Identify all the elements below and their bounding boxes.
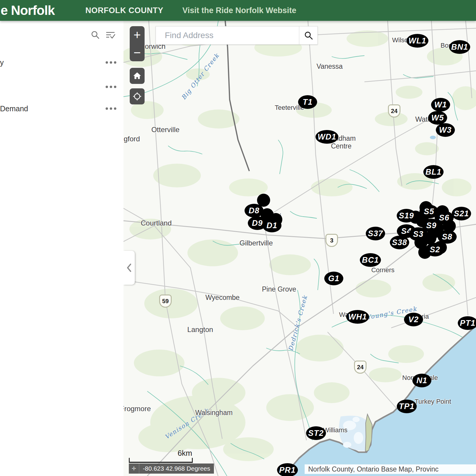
place-label: Walsingham [195, 409, 233, 417]
creek-label: Big Otter Creek [180, 52, 221, 101]
layer-options-button[interactable] [104, 83, 118, 90]
place-label: Wyecombe [206, 294, 240, 302]
place-label: Langton [187, 326, 213, 334]
bus-stop-marker-t1[interactable]: T1 [298, 95, 317, 109]
bus-stop-marker-s19[interactable]: S19 [397, 209, 416, 223]
map-canvas[interactable]: NorwichVanessaWilsonvilleBostonTeetervil… [123, 21, 476, 476]
place-label: Vanessa [317, 63, 343, 71]
search-icon [304, 31, 313, 40]
map-attribution: Norfolk County, Ontario Base Map, Provin… [305, 464, 476, 474]
creek-label: Dedrick's Creek [287, 295, 309, 352]
bus-stop-marker-bc1[interactable]: BC1 [360, 253, 381, 267]
bus-stop-marker-w1[interactable]: W1 [431, 98, 450, 112]
highway-shield: 24 [354, 361, 367, 374]
bus-stop-marker-s2[interactable]: S2 [425, 243, 444, 256]
bus-stop-marker-tp1[interactable]: TP1 [397, 400, 417, 413]
bus-stop-marker-w5[interactable]: W5 [428, 111, 447, 125]
place-label: Pine Grove [262, 286, 296, 293]
bus-stop-marker-n1[interactable]: N1 [412, 374, 431, 387]
home-button[interactable] [130, 68, 145, 84]
bus-stop-marker-w3[interactable]: W3 [436, 123, 455, 137]
bus-stop-marker-s8[interactable]: S8 [438, 230, 457, 244]
app-window: e Norfolk NORFOLK COUNTY Visit the Ride … [0, 0, 476, 476]
highway-shield: 3 [325, 234, 338, 247]
address-search [156, 26, 318, 45]
bus-stop-marker-s38[interactable]: S38 [390, 236, 409, 249]
layer-row-label: Demand [0, 104, 28, 113]
layer-row-1: y [0, 56, 118, 69]
bus-stop-marker-v2[interactable]: V2 [404, 313, 423, 326]
locate-button[interactable] [130, 88, 145, 104]
norfolk-county-link[interactable]: NORFOLK COUNTY [85, 6, 163, 15]
bus-stop-marker-s37[interactable]: S37 [366, 227, 385, 240]
zoom-in-button[interactable]: + [130, 26, 145, 44]
bus-stop-marker-st2[interactable]: ST2 [306, 426, 326, 440]
layer-options-button[interactable] [104, 105, 118, 112]
search-layers-icon[interactable] [91, 30, 100, 39]
scale-bar: 6km [129, 449, 193, 463]
place-label: Otterville [151, 126, 180, 134]
layer-list-sidebar: y Demand [0, 21, 123, 476]
header-bar: e Norfolk NORFOLK COUNTY Visit the Ride … [0, 0, 476, 21]
ride-norfolk-logo: e Norfolk [1, 3, 55, 18]
bus-stop-marker-wh1[interactable]: WH1 [346, 310, 369, 324]
place-label: Frogmore [123, 405, 151, 413]
bus-stop-marker-s21[interactable]: S21 [452, 207, 471, 220]
bus-stop-marker-bl1[interactable]: BL1 [423, 165, 444, 179]
chevron-left-icon [126, 263, 132, 273]
bus-stop-marker-d8[interactable]: D8 [245, 204, 264, 217]
place-label: Williams [323, 427, 347, 434]
bus-stop-marker-s3[interactable]: S3 [409, 227, 428, 241]
layer-row-2 [0, 80, 118, 93]
home-icon [133, 72, 141, 80]
layer-row-3: Demand [0, 102, 118, 115]
highway-shield: 59 [159, 295, 172, 308]
place-label: Gilbertville [239, 239, 273, 247]
bus-stop-marker-d1[interactable]: D1 [262, 219, 281, 232]
bus-stop-marker-pr1[interactable]: PR1 [277, 463, 298, 476]
place-label: Courtland [141, 219, 172, 227]
zoom-out-button[interactable]: − [130, 44, 145, 61]
ride-norfolk-website-link[interactable]: Visit the Ride Norfolk Website [182, 6, 296, 15]
place-label: Springford [123, 135, 140, 143]
scale-label: 6km [129, 449, 193, 458]
scale-line [129, 458, 193, 463]
bus-stop-marker-g1[interactable]: G1 [324, 272, 343, 285]
search-button[interactable] [299, 26, 317, 44]
coordinates-widget[interactable]: ✛ -80.623 42.968 Degrees [129, 464, 214, 474]
layer-row-label: y [0, 58, 4, 67]
map-overlays: NorwichVanessaWilsonvilleBostonTeetervil… [123, 21, 476, 476]
bus-stop-marker-pt1[interactable]: PT1 [458, 316, 476, 330]
locate-icon [133, 92, 142, 101]
coordinates-value: -80.623 42.968 Degrees [139, 465, 214, 472]
search-input[interactable] [156, 26, 299, 44]
place-label: Turkey Point [415, 398, 451, 405]
layer-options-button[interactable] [104, 59, 118, 66]
zoom-control: + − [130, 26, 145, 61]
sidebar-collapse-button[interactable] [123, 251, 135, 285]
bus-stop-marker-wd1[interactable]: WD1 [316, 130, 339, 144]
crosshair-icon[interactable]: ✛ [129, 464, 139, 474]
highway-shield: 24 [388, 104, 400, 118]
bus-stop-marker-bn1[interactable]: BN1 [449, 40, 470, 54]
sidebar-toolbar [91, 30, 116, 39]
bus-stop-marker-wl1[interactable]: WL1 [406, 34, 428, 48]
place-label: Corners [371, 267, 394, 274]
filter-layers-icon[interactable] [106, 30, 116, 39]
